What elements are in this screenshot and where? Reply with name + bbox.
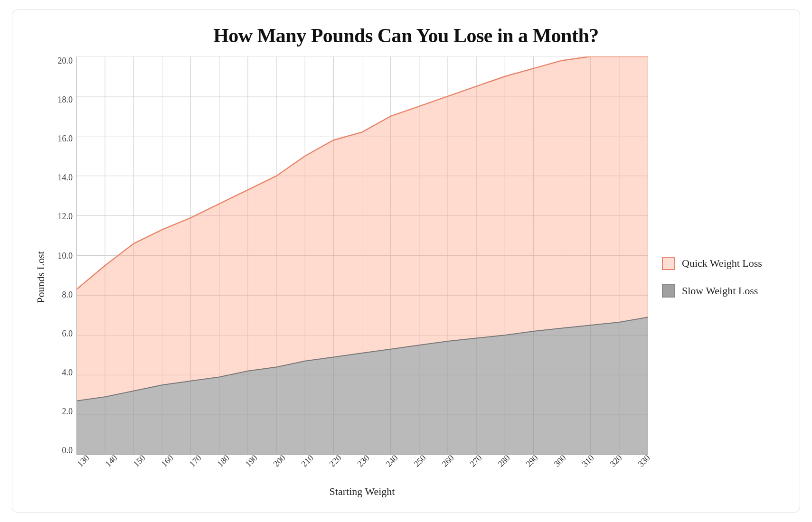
x-tick-label: 260: [439, 452, 456, 469]
x-tick-label: 230: [355, 452, 372, 469]
chart-area: Pounds Lost 0.02.04.06.08.010.012.014.01…: [31, 56, 781, 498]
x-axis-row: 1301401501601701801902002102202302402502…: [76, 455, 648, 467]
chart-main: 0.02.04.06.08.010.012.014.016.018.020.0 …: [50, 56, 648, 498]
chart-svg: [76, 56, 648, 455]
x-tick-label: 200: [271, 452, 288, 469]
y-tick-label: 2.0: [50, 407, 73, 416]
x-tick-label: 300: [551, 452, 568, 469]
y-axis-label-container: Pounds Lost: [31, 56, 50, 498]
plot-container: [76, 56, 648, 455]
x-tick-label: 150: [131, 452, 148, 469]
y-tick-label: 20.0: [50, 56, 73, 65]
x-axis-title: Starting Weight: [76, 485, 648, 498]
chart-card: How Many Pounds Can You Lose in a Month?…: [12, 9, 800, 513]
x-tick-label: 140: [103, 452, 120, 469]
x-tick-label: 220: [327, 452, 344, 469]
legend-item-slow: Slow Weight Loss: [662, 284, 781, 298]
x-tick-label: 270: [467, 452, 484, 469]
x-tick-label: 250: [411, 452, 428, 469]
legend-swatch-slow: [662, 284, 675, 298]
y-tick-label: 0.0: [50, 446, 73, 455]
y-tick-label: 4.0: [50, 368, 73, 377]
x-ticks: 1301401501601701801902002102202302402502…: [76, 455, 648, 467]
legend-swatch-quick: [662, 257, 675, 270]
legend-item-quick: Quick Weight Loss: [662, 257, 781, 270]
y-tick-label: 6.0: [50, 329, 73, 338]
y-tick-label: 16.0: [50, 134, 73, 143]
y-tick-label: 8.0: [50, 290, 73, 299]
x-tick-label: 310: [579, 452, 596, 469]
x-tick-label: 210: [299, 452, 316, 469]
x-tick-label: 180: [215, 452, 232, 469]
x-tick-label: 130: [75, 452, 92, 469]
x-tick-label: 190: [243, 452, 260, 469]
y-tick-label: 14.0: [50, 173, 73, 182]
x-tick-label: 320: [607, 452, 624, 469]
legend-label-quick: Quick Weight Loss: [682, 257, 762, 270]
chart-with-legend: 0.02.04.06.08.010.012.014.016.018.020.0 …: [50, 56, 781, 498]
x-tick-label: 280: [495, 452, 512, 469]
y-tick-label: 18.0: [50, 95, 73, 104]
y-tick-label: 12.0: [50, 212, 73, 221]
legend: Quick Weight Loss Slow Weight Loss: [648, 56, 781, 498]
y-ticks: 0.02.04.06.08.010.012.014.016.018.020.0: [50, 56, 76, 455]
chart-title: How Many Pounds Can You Lose in a Month?: [213, 24, 599, 47]
plot-and-yaxis: 0.02.04.06.08.010.012.014.016.018.020.0: [50, 56, 648, 455]
x-tick-label: 290: [523, 452, 540, 469]
x-tick-label: 240: [383, 452, 400, 469]
x-tick-label: 170: [187, 452, 204, 469]
x-tick-label: 160: [159, 452, 176, 469]
y-tick-label: 10.0: [50, 252, 73, 260]
y-axis-label: Pounds Lost: [35, 251, 47, 303]
legend-label-slow: Slow Weight Loss: [682, 285, 758, 297]
